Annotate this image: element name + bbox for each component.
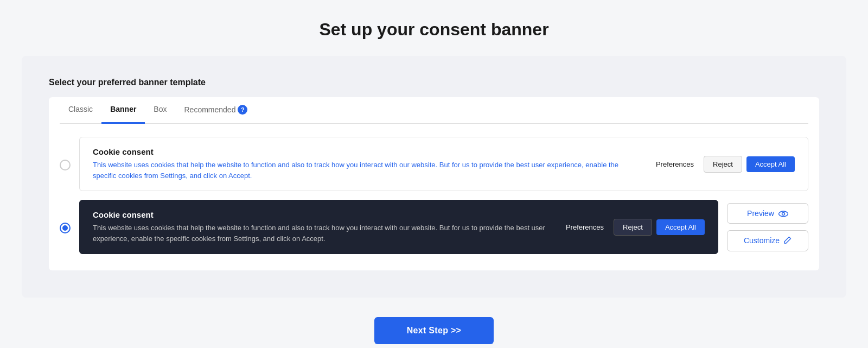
tab-recommended[interactable]: Recommended ? — [175, 97, 256, 124]
banner-actions-dark: Preferences Reject Accept All — [560, 219, 705, 236]
radio-col-light — [60, 137, 71, 191]
side-actions: Preview Customize — [727, 200, 808, 254]
pencil-icon — [784, 236, 792, 245]
banner-desc-dark: This website uses cookies that help the … — [93, 223, 550, 244]
banner-text-light: Cookie consent This website uses cookies… — [93, 147, 640, 181]
banner-desc-light: This website uses cookies that help the … — [93, 160, 640, 181]
svg-point-0 — [782, 212, 784, 215]
preview-label: Preview — [747, 209, 774, 218]
templates-area: Cookie consent This website uses cookies… — [60, 124, 808, 270]
next-step-area: Next Step >> — [374, 317, 494, 344]
preferences-button-dark[interactable]: Preferences — [560, 220, 609, 235]
accept-all-button-dark[interactable]: Accept All — [656, 219, 705, 235]
template-row-light: Cookie consent This website uses cookies… — [60, 137, 808, 191]
reject-button-dark[interactable]: Reject — [614, 219, 652, 236]
banner-card-dark: Cookie consent This website uses cookies… — [79, 200, 718, 254]
preview-button[interactable]: Preview — [727, 203, 808, 224]
preferences-button-light[interactable]: Preferences — [650, 157, 699, 172]
page-title: Set up your consent banner — [319, 20, 548, 40]
accept-all-button-light[interactable]: Accept All — [746, 156, 795, 172]
tabs-container: Classic Banner Box Recommended ? Cookie … — [49, 97, 819, 270]
customize-button[interactable]: Customize — [727, 230, 808, 251]
tabs-row: Classic Banner Box Recommended ? — [60, 97, 808, 124]
template-row-dark: Cookie consent This website uses cookies… — [60, 200, 808, 254]
banner-title-dark: Cookie consent — [93, 210, 550, 219]
radio-light[interactable] — [60, 160, 71, 170]
section-label: Select your preferred banner template — [49, 78, 819, 87]
radio-dark[interactable] — [60, 223, 71, 233]
tab-banner[interactable]: Banner — [101, 97, 145, 124]
customize-label: Customize — [744, 236, 780, 245]
next-step-button[interactable]: Next Step >> — [374, 317, 494, 344]
banner-title-light: Cookie consent — [93, 147, 640, 156]
banner-actions-light: Preferences Reject Accept All — [650, 156, 795, 173]
main-container: Select your preferred banner template Cl… — [22, 56, 846, 298]
banner-card-light: Cookie consent This website uses cookies… — [79, 137, 808, 191]
tab-classic[interactable]: Classic — [60, 97, 101, 124]
reject-button-light[interactable]: Reject — [704, 156, 742, 173]
radio-col-dark — [60, 200, 71, 254]
recommended-help-icon[interactable]: ? — [238, 105, 247, 115]
tab-box[interactable]: Box — [145, 97, 175, 124]
eye-icon — [778, 210, 788, 217]
banner-text-dark: Cookie consent This website uses cookies… — [93, 210, 550, 244]
